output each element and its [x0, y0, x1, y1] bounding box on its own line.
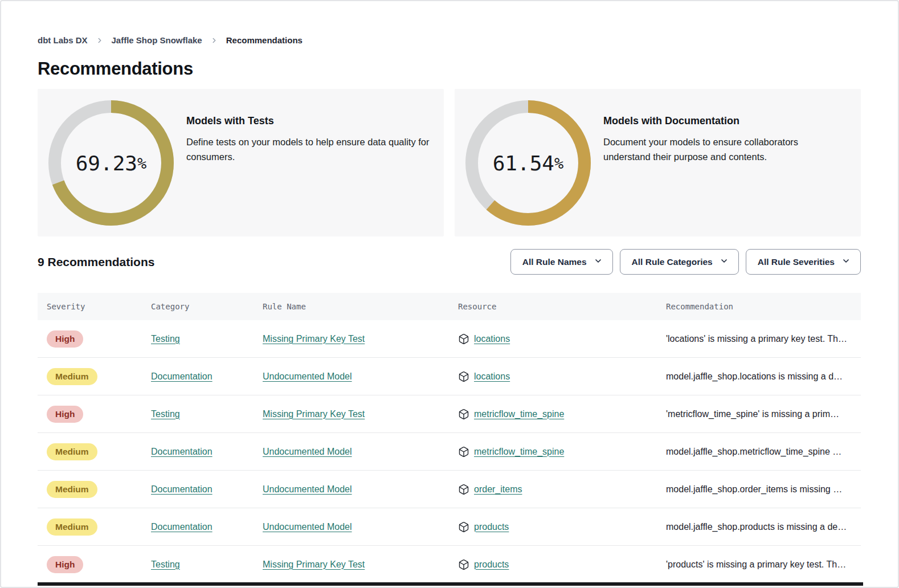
- filter-group: All Rule Names All Rule Categories All R…: [510, 249, 861, 275]
- metric-cards: 69.23% Models with Tests Define tests on…: [38, 89, 861, 236]
- chevron-down-icon: [594, 256, 603, 268]
- chevron-down-icon: [720, 256, 729, 268]
- category-link[interactable]: Testing: [151, 560, 180, 569]
- rule-names-filter-dropdown[interactable]: All Rule Names: [510, 249, 613, 275]
- table-header: Severity Category Rule Name Resource Rec…: [38, 293, 861, 320]
- recommendations-table: Severity Category Rule Name Resource Rec…: [38, 293, 861, 583]
- severity-badge: High: [47, 406, 83, 423]
- breadcrumb-current: Recommendations: [226, 35, 303, 45]
- chevron-right-icon: [210, 36, 218, 44]
- table-row: High Testing Missing Primary Key Test pr…: [38, 546, 861, 583]
- table-row: High Testing Missing Primary Key Test lo…: [38, 320, 861, 358]
- column-header-resource: Resource: [458, 302, 666, 311]
- page-title: Recommendations: [38, 59, 861, 79]
- chevron-right-icon: [96, 36, 104, 44]
- column-header-rule-name: Rule Name: [263, 302, 458, 311]
- documentation-percent-label: 61.54%: [465, 100, 591, 226]
- card-title: Models with Documentation: [603, 115, 817, 127]
- category-link[interactable]: Documentation: [151, 484, 213, 494]
- category-link[interactable]: Documentation: [151, 447, 213, 456]
- recommendation-text: model.jaffle_shop.order_items is missing…: [666, 484, 842, 494]
- severity-badge: Medium: [47, 518, 97, 536]
- table-row: Medium Documentation Undocumented Model …: [38, 433, 861, 471]
- package-icon: [458, 446, 469, 458]
- card-title: Models with Tests: [186, 115, 430, 127]
- resource-link[interactable]: locations: [474, 334, 510, 344]
- table-row: Medium Documentation Undocumented Model …: [38, 358, 861, 395]
- table-row: High Testing Missing Primary Key Test me…: [38, 395, 861, 433]
- breadcrumb: dbt Labs DX Jaffle Shop Snowflake Recomm…: [38, 35, 861, 45]
- breadcrumb-environment[interactable]: Jaffle Shop Snowflake: [112, 35, 202, 45]
- resource-link[interactable]: locations: [474, 371, 510, 382]
- category-link[interactable]: Testing: [151, 409, 180, 419]
- rule-name-link[interactable]: Missing Primary Key Test: [263, 560, 365, 569]
- tests-percent-label: 69.23%: [48, 100, 174, 226]
- severity-badge: High: [47, 330, 83, 348]
- rule-name-link[interactable]: Missing Primary Key Test: [263, 334, 365, 344]
- card-description: Document your models to ensure collabora…: [603, 135, 817, 164]
- resource-link[interactable]: metricflow_time_spine: [474, 409, 564, 419]
- recommendation-text: 'products' is missing a primary key test…: [666, 560, 846, 569]
- table-body: High Testing Missing Primary Key Test lo…: [38, 320, 861, 583]
- package-icon: [458, 409, 469, 420]
- column-header-severity: Severity: [47, 302, 151, 311]
- rule-name-link[interactable]: Undocumented Model: [263, 447, 352, 456]
- resource-link[interactable]: metricflow_time_spine: [474, 447, 564, 457]
- package-icon: [458, 521, 469, 533]
- severity-badge: Medium: [47, 481, 97, 498]
- rule-name-link[interactable]: Undocumented Model: [263, 484, 352, 494]
- package-icon: [458, 333, 469, 345]
- models-with-documentation-card: 61.54% Models with Documentation Documen…: [455, 89, 861, 236]
- rule-severities-filter-dropdown[interactable]: All Rule Severities: [746, 249, 861, 275]
- tests-donut-chart: 69.23%: [48, 100, 174, 226]
- recommendation-text: 'metricflow_time_spine' is missing a pri…: [666, 409, 839, 419]
- recommendations-page: dbt Labs DX Jaffle Shop Snowflake Recomm…: [0, 0, 899, 588]
- column-header-recommendation: Recommendation: [666, 302, 852, 311]
- recommendation-text: model.jaffle_shop.products is missing a …: [666, 522, 847, 532]
- clipped-bottom-content: [38, 582, 863, 586]
- filter-label: All Rule Severities: [758, 257, 835, 267]
- resource-link[interactable]: products: [474, 560, 509, 570]
- severity-badge: Medium: [47, 443, 97, 460]
- rule-name-link[interactable]: Undocumented Model: [263, 522, 352, 532]
- package-icon: [458, 371, 469, 382]
- list-toolbar: 9 Recommendations All Rule Names All Rul…: [38, 249, 861, 275]
- severity-badge: High: [47, 556, 83, 573]
- category-link[interactable]: Documentation: [151, 522, 213, 532]
- chevron-down-icon: [841, 256, 851, 268]
- filter-label: All Rule Categories: [632, 257, 713, 267]
- card-description: Define tests on your models to help ensu…: [186, 135, 430, 164]
- recommendation-text: model.jaffle_shop.metricflow_time_spine …: [666, 447, 841, 456]
- resource-link[interactable]: products: [474, 522, 509, 532]
- resource-link[interactable]: order_items: [474, 484, 522, 495]
- category-link[interactable]: Testing: [151, 334, 180, 344]
- rule-categories-filter-dropdown[interactable]: All Rule Categories: [620, 249, 739, 275]
- package-icon: [458, 484, 469, 495]
- models-with-tests-card: 69.23% Models with Tests Define tests on…: [38, 89, 444, 236]
- package-icon: [458, 559, 469, 570]
- rule-name-link[interactable]: Missing Primary Key Test: [263, 409, 365, 419]
- recommendations-count: 9 Recommendations: [38, 255, 154, 269]
- table-row: Medium Documentation Undocumented Model …: [38, 471, 861, 508]
- category-link[interactable]: Documentation: [151, 371, 213, 381]
- rule-name-link[interactable]: Undocumented Model: [263, 371, 352, 381]
- filter-label: All Rule Names: [522, 257, 587, 267]
- severity-badge: Medium: [47, 368, 97, 385]
- table-row: Medium Documentation Undocumented Model …: [38, 508, 861, 546]
- column-header-category: Category: [151, 302, 263, 311]
- breadcrumb-project[interactable]: dbt Labs DX: [38, 35, 88, 45]
- recommendation-text: 'locations' is missing a primary key tes…: [666, 334, 847, 344]
- documentation-donut-chart: 61.54%: [465, 100, 591, 226]
- recommendation-text: model.jaffle_shop.locations is missing a…: [666, 371, 843, 381]
